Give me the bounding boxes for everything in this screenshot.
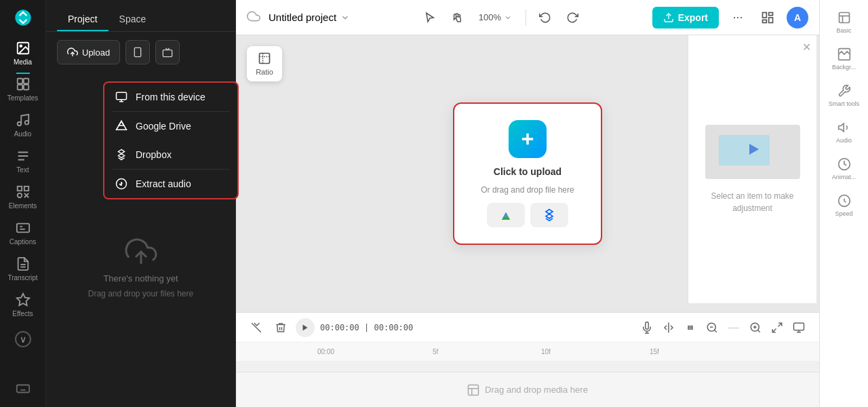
sidebar-item-templates[interactable]: Templates: [0, 71, 46, 107]
project-title[interactable]: Untitled project: [269, 12, 350, 23]
mic-btn[interactable]: [637, 318, 656, 337]
close-adjustment-btn[interactable]: ✕: [802, 41, 811, 54]
more-options-btn[interactable]: ···: [727, 7, 749, 28]
zoom-in-btn[interactable]: [746, 318, 765, 337]
dropbox-upload-btn[interactable]: [530, 203, 568, 227]
sidebar-item-captions[interactable]: Captions: [0, 215, 46, 251]
right-audio[interactable]: Audio: [823, 115, 866, 149]
ratio-button[interactable]: Ratio: [247, 46, 282, 81]
sidebar-item-text[interactable]: Text: [0, 143, 46, 179]
from-device-option[interactable]: From this device: [104, 83, 237, 111]
expand-icon: ∨: [15, 331, 31, 347]
extract-audio-option[interactable]: Extract audio: [104, 170, 237, 198]
zoom-control[interactable]: 100%: [473, 9, 517, 25]
background-icon: [837, 47, 851, 61]
cloud-icon: [247, 9, 260, 26]
ratio-label: Ratio: [256, 68, 273, 76]
zoom-chevron-icon: [504, 14, 512, 22]
undo-btn[interactable]: [534, 7, 556, 28]
sidebar-item-media[interactable]: Media: [0, 35, 46, 71]
timeline-track[interactable]: [236, 362, 819, 372]
sidebar-item-audio[interactable]: Audio: [0, 107, 46, 143]
upload-plus-button[interactable]: [509, 120, 547, 158]
timeline-dropzone[interactable]: Drag and drop media here: [236, 372, 819, 407]
svg-line-46: [778, 323, 782, 326]
audio-icon: [16, 113, 31, 128]
adjustment-panel: ✕ Select an item to make adjustment: [688, 35, 816, 303]
export-button[interactable]: Export: [652, 7, 719, 28]
split-btn[interactable]: [659, 318, 678, 337]
sidebar-item-transcript[interactable]: Transcript: [0, 251, 46, 287]
effects-label: Effects: [12, 310, 33, 317]
zoom-out-btn[interactable]: [703, 318, 722, 337]
right-basic[interactable]: Basic: [823, 5, 866, 39]
phone-upload-button[interactable]: [125, 40, 150, 64]
user-avatar[interactable]: A: [787, 7, 808, 28]
fullscreen-icon: [771, 322, 783, 334]
elements-icon: [16, 185, 31, 199]
svg-rect-48: [794, 323, 804, 330]
delete-icon: [275, 322, 287, 334]
upload-button[interactable]: Upload: [57, 40, 120, 64]
upload-modal: Click to upload Or drag and drop file he…: [453, 102, 602, 245]
right-background[interactable]: Backgr...: [823, 42, 866, 76]
sidebar-item-elements[interactable]: Elements: [0, 179, 46, 215]
right-smart-tools[interactable]: Smart tools: [823, 79, 866, 113]
tab-project[interactable]: Project: [57, 8, 108, 31]
svg-point-1: [20, 45, 22, 47]
ratio-icon: [258, 52, 271, 65]
right-speed[interactable]: Speed: [823, 189, 866, 222]
toolbar-divider: [526, 9, 526, 26]
dropbox-upload-icon: [542, 208, 556, 222]
empty-state-text2: Drag and drop your files here: [88, 289, 193, 298]
timeline-delete-btn[interactable]: [271, 318, 290, 337]
panel-tabs: Project Space: [46, 0, 235, 32]
right-animate[interactable]: Animat...: [823, 152, 866, 186]
google-drive-icon: [115, 120, 127, 132]
align-btn[interactable]: [681, 318, 700, 337]
sidebar-item-more[interactable]: ∨: [0, 326, 46, 353]
svg-rect-11: [16, 224, 28, 233]
redo-btn[interactable]: [561, 7, 583, 28]
google-drive-upload-btn[interactable]: [487, 203, 525, 227]
fullscreen-btn[interactable]: [768, 318, 787, 337]
undo-icon: [539, 12, 551, 24]
toolbar-center: 100%: [419, 7, 583, 28]
ruler-10f: 10f: [541, 348, 551, 355]
tab-space[interactable]: Space: [108, 8, 157, 31]
sidebar-item-keyboard[interactable]: [16, 381, 31, 407]
monitor-btn[interactable]: [789, 318, 808, 337]
redo-icon: [566, 12, 578, 24]
ruler-15f: 15f: [650, 348, 659, 355]
elements-label: Elements: [9, 202, 37, 210]
audio-label: Audio: [14, 130, 32, 138]
layout-toggle-btn[interactable]: [757, 7, 778, 28]
dropbox-icon: [115, 149, 127, 161]
camera-upload-button[interactable]: [155, 40, 180, 64]
align-icon: [684, 322, 696, 334]
svg-rect-4: [17, 85, 22, 90]
hand-tool-btn[interactable]: [446, 7, 468, 28]
sidebar-item-effects[interactable]: Effects: [0, 287, 46, 323]
app-logo[interactable]: [11, 5, 35, 30]
svg-rect-26: [769, 12, 773, 15]
svg-point-10: [17, 193, 21, 197]
google-drive-option[interactable]: Google Drive: [104, 112, 237, 140]
cursor-tool-btn[interactable]: [419, 7, 441, 28]
top-bar: Untitled project 100%: [236, 0, 819, 35]
play-button[interactable]: [296, 318, 315, 337]
ruler-00: 00:00: [317, 348, 334, 355]
timeline-area: 00:00:00 | 00:00:00: [236, 312, 819, 407]
svg-line-40: [714, 330, 716, 332]
svg-line-47: [772, 328, 776, 332]
timeline-right-controls: —: [637, 318, 808, 337]
zoom-in-icon: [749, 322, 762, 334]
timeline-trim-btn[interactable]: [247, 318, 266, 337]
empty-state-text1: There's nothing yet: [103, 273, 178, 284]
svg-rect-54: [839, 13, 849, 23]
adjustment-hint: Select an item to make adjustment: [699, 190, 806, 214]
drag-drop-hint: Drag and drop media here: [467, 384, 588, 396]
dropbox-option[interactable]: Dropbox: [104, 140, 237, 169]
animate-label: Animat...: [832, 174, 856, 180]
split-icon: [663, 322, 675, 334]
